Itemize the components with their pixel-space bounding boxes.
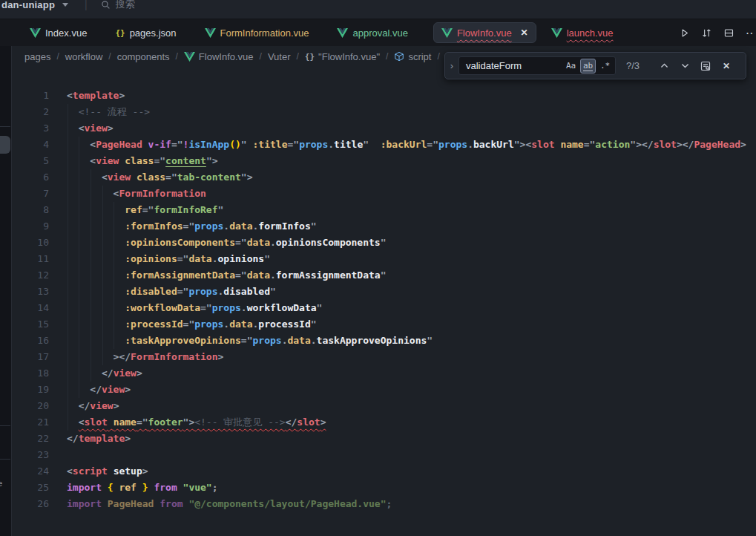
tab-pages-json[interactable]: {}pages.json — [112, 22, 179, 43]
whole-word-toggle[interactable]: ab — [580, 59, 596, 73]
run-icon[interactable] — [679, 27, 690, 39]
line-number[interactable]: 11 — [12, 251, 49, 267]
tab-label: pages.json — [130, 27, 177, 39]
tab-launch-vue[interactable]: launch.vue — [548, 22, 617, 43]
code-line[interactable]: 17 ></FormInformation> — [12, 349, 756, 365]
code-line[interactable]: 24<script setup> — [12, 463, 756, 480]
find-input[interactable]: validateForm Aa ab .* — [458, 56, 616, 75]
line-content: </view> — [67, 398, 119, 414]
code-line[interactable]: 3 <view> — [12, 120, 756, 137]
code-line[interactable]: 2 <!-- 流程 --> — [12, 104, 756, 120]
project-name[interactable]: dan-uniapp — [1, 0, 55, 10]
line-number[interactable]: 20 — [12, 398, 49, 414]
breadcrumb-item-flowinfo-vue[interactable]: FlowInfo.vue — [184, 51, 254, 62]
line-number[interactable]: 26 — [12, 496, 49, 512]
chevron-down-icon[interactable] — [62, 3, 68, 7]
tab-forminformation-vue[interactable]: FormInformation.vue — [202, 22, 312, 43]
line-number[interactable]: 14 — [12, 300, 49, 316]
line-number[interactable]: 3 — [12, 120, 49, 137]
line-content: :processId="props.data.processId" — [67, 316, 317, 333]
code-line[interactable]: 26import PageHead from "@/components/lay… — [12, 496, 756, 512]
editor-pane[interactable]: pages/workflow/components/FlowInfo.vue/V… — [12, 46, 756, 536]
compare-changes-icon[interactable] — [701, 27, 712, 39]
previous-match-button[interactable] — [656, 58, 672, 74]
breadcrumb-item--flowinfo-vue-[interactable]: {}"FlowInfo.vue" — [305, 51, 380, 62]
code-line[interactable]: 15 :processId="props.data.processId" — [12, 316, 756, 333]
line-number[interactable]: 17 — [12, 349, 49, 365]
line-number[interactable]: 22 — [12, 431, 49, 447]
close-tab-icon[interactable]: ✕ — [521, 27, 528, 38]
code-line[interactable]: 4 <PageHead v-if="!isInApp()" :title="pr… — [12, 137, 756, 153]
code-line[interactable]: 21 <slot name="footer"><!-- 审批意见 --></sl… — [12, 414, 756, 431]
code-line[interactable]: 23 — [12, 447, 756, 463]
line-number[interactable]: 7 — [12, 186, 49, 202]
match-case-toggle[interactable]: Aa — [563, 59, 579, 73]
breadcrumb-separator: / — [297, 51, 299, 62]
code-line[interactable]: 19 </view> — [12, 382, 756, 398]
breadcrumb-item-script[interactable]: script — [394, 51, 431, 62]
code-line[interactable]: 5 <view class="content"> — [12, 153, 756, 169]
line-number[interactable]: 2 — [12, 104, 49, 120]
tab-label: launch.vue — [567, 27, 614, 39]
more-actions-icon[interactable]: ⋯⋯ — [746, 26, 755, 40]
line-number[interactable]: 21 — [12, 414, 49, 431]
line-number[interactable]: 5 — [12, 153, 49, 169]
line-number[interactable]: 18 — [12, 365, 49, 382]
global-search-label: 搜索 — [116, 0, 135, 11]
global-search[interactable]: 搜索 — [101, 0, 135, 11]
code-line[interactable]: 12 :formAssignmentData="data.formAssignm… — [12, 267, 756, 284]
breadcrumb-separator: / — [108, 51, 111, 62]
code-line[interactable]: 9 :formInfos="props.data.formInfos" — [12, 218, 756, 235]
breadcrumb-label: "FlowInfo.vue" — [318, 51, 380, 62]
line-number[interactable]: 25 — [12, 480, 49, 496]
json-icon: {} — [115, 28, 125, 38]
line-number[interactable]: 15 — [12, 316, 49, 333]
line-number[interactable]: 12 — [12, 267, 49, 284]
code-line[interactable]: 22</template> — [12, 431, 756, 447]
next-match-button[interactable] — [677, 58, 693, 74]
breadcrumb-label: pages — [24, 51, 50, 62]
breadcrumb-item-components[interactable]: components — [117, 51, 170, 62]
code-line[interactable]: 18 </view> — [12, 365, 756, 382]
code-line[interactable]: 16 :taskApproveOpinions="props.data.task… — [12, 333, 756, 349]
line-number[interactable]: 23 — [12, 447, 49, 463]
line-content: :taskApproveOpinions="props.data.taskApp… — [67, 333, 433, 349]
line-number[interactable]: 24 — [12, 463, 49, 480]
toggle-replace-icon[interactable]: › — [445, 53, 458, 79]
code-area[interactable]: 1<template>2 <!-- 流程 -->3 <view>4 <PageH… — [12, 88, 756, 536]
tab-label: FlowInfo.vue — [457, 27, 512, 39]
tab-approval-vue[interactable]: approval.vue — [334, 22, 410, 43]
close-find-button[interactable]: ✕ — [718, 58, 734, 74]
tab-flowinfo-vue[interactable]: FlowInfo.vue✕ — [433, 22, 536, 43]
code-line[interactable]: 14 :workflowData="props.workflowData" — [12, 300, 756, 316]
line-number[interactable]: 4 — [12, 137, 49, 153]
line-number[interactable]: 16 — [12, 333, 49, 349]
line-content: <view class="content"> — [67, 153, 218, 169]
line-number[interactable]: 1 — [12, 88, 49, 104]
code-line[interactable]: 10 :opinionsComponents="data.opinionsCom… — [12, 235, 756, 251]
breadcrumb-item-workflow[interactable]: workflow — [65, 51, 103, 62]
code-line[interactable]: 11 :opinions="data.opinions" — [12, 251, 756, 267]
code-line[interactable]: 7 <FormInformation — [12, 186, 756, 202]
line-number[interactable]: 8 — [12, 202, 49, 218]
code-line[interactable]: 1<template> — [12, 88, 756, 104]
line-number[interactable]: 10 — [12, 235, 49, 251]
regex-toggle[interactable]: .* — [597, 59, 613, 73]
code-line[interactable]: 13 :disabled="props.disabled" — [12, 284, 756, 300]
split-editor-icon[interactable] — [723, 27, 734, 39]
line-number[interactable]: 19 — [12, 382, 49, 398]
line-number[interactable]: 13 — [12, 284, 49, 300]
line-number[interactable]: 9 — [12, 218, 49, 235]
code-line[interactable]: 8 ref="formInfoRef" — [12, 202, 756, 218]
code-line[interactable]: 20 </view> — [12, 398, 756, 414]
code-line[interactable]: 25import { ref } from "vue"; — [12, 480, 756, 496]
find-in-selection-button[interactable] — [697, 58, 714, 74]
line-content: :formInfos="props.data.formInfos" — [67, 218, 317, 235]
code-line[interactable]: 6 <view class="tab-content"> — [12, 169, 756, 186]
breadcrumb-item-pages[interactable]: pages — [24, 51, 50, 62]
line-number[interactable]: 6 — [12, 169, 49, 186]
chevron-down-icon — [680, 61, 690, 71]
breadcrumb-item-vuter[interactable]: Vuter — [268, 51, 291, 62]
find-query[interactable]: validateForm — [466, 60, 562, 71]
tab-index-vue[interactable]: Index.vue — [27, 22, 90, 43]
